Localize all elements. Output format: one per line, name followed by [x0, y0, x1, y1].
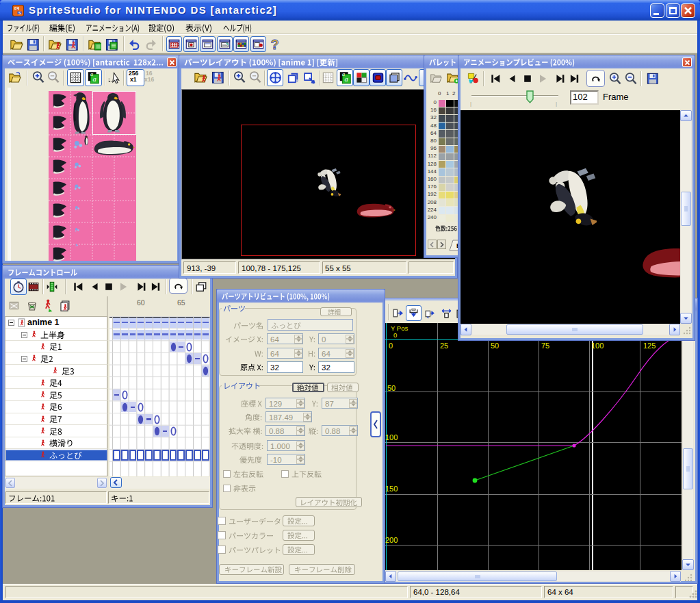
- svg-text:?: ?: [270, 37, 278, 51]
- svg-text:S: S: [15, 7, 18, 11]
- svg-text:a: a: [345, 75, 348, 83]
- svg-text:a: a: [93, 75, 96, 83]
- svg-text:a: a: [90, 71, 93, 77]
- svg-text:S: S: [18, 11, 21, 15]
- svg-text:a: a: [342, 71, 345, 77]
